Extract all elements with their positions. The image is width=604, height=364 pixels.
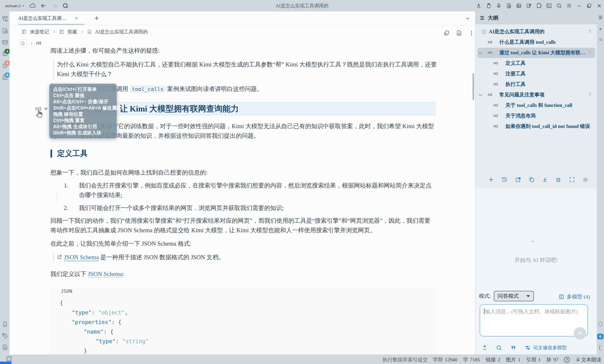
blockquote[interactable]: 为什么 Kimi 大模型自己不能执行工具，还要我们根据 Kimi 大模型生成的工…	[53, 60, 437, 79]
send-button[interactable]	[574, 327, 586, 339]
paragraph[interactable]: 在此之前，让我们先简单介绍一下 JSON Schema 格式:	[50, 239, 436, 249]
dock-expand-icon[interactable]	[6, 356, 12, 362]
cloud-sync-icon[interactable]	[29, 3, 36, 9]
outline-item[interactable]: AI是怎么实现工具调用的3	[477, 26, 595, 37]
copy-icon[interactable]	[528, 176, 535, 183]
forward-icon[interactable]	[51, 3, 58, 9]
chevron-down-icon[interactable]	[478, 92, 483, 98]
new-tab-icon[interactable]	[94, 15, 100, 21]
workspace-switcher[interactable]: Achuan-2	[5, 4, 25, 8]
list-item[interactable]: 1. 我们会先打开搜索引擎，例如百度或必应，在搜索引擎中搜索我们想要的内容，然后…	[50, 181, 436, 200]
fold-arrow-icon[interactable]	[44, 108, 48, 110]
trash-icon[interactable]	[555, 176, 561, 183]
doc-search-dock-icon[interactable]	[2, 28, 8, 34]
multi-model-button[interactable]: 多模型 (4)	[559, 293, 590, 300]
search-history-icon[interactable]	[63, 3, 69, 9]
breadcrumb-item-doc[interactable]: AI是怎么实现工具调用的	[95, 29, 148, 35]
template-doc-icon[interactable]	[2, 344, 8, 350]
more-icon[interactable]	[468, 30, 475, 36]
breadcrumb-item-notebook[interactable]: 来源笔记	[30, 29, 49, 35]
dock-count-badge[interactable]: 6	[597, 334, 604, 339]
back-icon[interactable]	[40, 3, 47, 9]
help-circle-icon[interactable]	[598, 321, 603, 326]
chevron-down-icon	[526, 295, 530, 297]
search-icon[interactable]	[496, 345, 502, 351]
outline-item[interactable]: H2常见问题及注意事项3	[477, 90, 595, 100]
outline-item[interactable]: H3定义工具	[477, 58, 595, 69]
theme-brightness-icon[interactable]	[566, 3, 572, 9]
breadcrumb-separator-icon	[30, 42, 33, 45]
image-icon[interactable]	[516, 3, 522, 9]
heading-level-badge: H3	[493, 124, 498, 128]
list-item[interactable]: 2. 我们可能会打开一个或多个搜索结果的网页，浏览网页并获取我们需要的知识;	[50, 203, 436, 213]
dock-dot-icon[interactable]	[599, 38, 602, 41]
paragraph[interactable]: 我们定义以下 JSON Schema:	[50, 269, 436, 279]
external-link-icon	[57, 254, 62, 260]
code-language-label: JSON	[61, 288, 72, 294]
external-link[interactable]: JSON Schema	[64, 254, 99, 261]
ai-quick-action[interactable]: 论文修改多模型	[525, 344, 567, 351]
outline-item[interactable]: H3如果你遇到 tool_call_id not found 错误	[477, 121, 595, 132]
maximize-icon[interactable]	[586, 3, 592, 9]
note-edit-icon[interactable]	[526, 3, 532, 9]
outline-dock-icon[interactable]	[598, 15, 603, 20]
history-icon[interactable]	[502, 176, 508, 183]
stat-图片: 图片1	[506, 356, 521, 363]
paragraph[interactable]: 阅读上述步骤，你可能会产生这样的疑惑:	[50, 46, 436, 55]
open-external-icon[interactable]	[515, 176, 521, 183]
outline-item[interactable]: H2通过 tool_calls 让 Kimi 大模型拥有联…3	[477, 48, 595, 58]
ai-toolbar: 论文修改多模型	[482, 344, 567, 351]
terminal-icon[interactable]	[546, 3, 552, 9]
paragraph[interactable]: 想象一下，我们自己是如何在网络上找到自己想要的信息的:	[50, 168, 436, 177]
help-icon[interactable]: ?	[564, 357, 570, 363]
clipboard-icon[interactable]	[486, 3, 492, 9]
upload-icon[interactable]	[482, 345, 488, 351]
inbox-icon[interactable]	[2, 39, 8, 45]
outline-item[interactable]: H3执行工具	[477, 79, 595, 90]
paragraph[interactable]: 回顾一下我们的动作，我们“使用搜索引擎搜索”和“打开搜索结果对应的网页”，而我们…	[50, 216, 436, 235]
download-icon[interactable]	[542, 176, 548, 183]
quote-icon[interactable]	[510, 345, 516, 351]
settings-gear-icon[interactable]	[582, 176, 589, 183]
plugin-icon[interactable]	[536, 3, 542, 9]
bookmark-icon[interactable]	[2, 321, 8, 327]
fullscreen-icon[interactable]	[569, 176, 575, 183]
minimize-icon[interactable]	[576, 3, 582, 9]
tooltip-line: Ctrl+点击 聚焦	[53, 92, 113, 99]
list-number: 2.	[64, 203, 68, 213]
block-doc-icon[interactable]	[19, 39, 27, 47]
outline-item[interactable]: H3关于消息布局	[477, 111, 595, 121]
heading-h3[interactable]: 定义工具	[50, 148, 88, 159]
search-icon[interactable]	[556, 3, 562, 9]
close-icon[interactable]	[596, 3, 602, 9]
tab-list-chevron-icon[interactable]	[465, 16, 470, 21]
doc-search-icon[interactable]	[506, 3, 512, 9]
outline-item[interactable]: H3注册工具	[477, 69, 595, 79]
blockquote[interactable]: JSON Schema 是一种用于描述 JSON 数据格式的 JSON 文档。	[53, 252, 437, 262]
outline-icon	[479, 15, 485, 21]
code-line: "type": "object",	[72, 308, 128, 317]
block-ref-link[interactable]: JSON Schema	[88, 271, 122, 278]
tts-label: 文本朗读	[581, 356, 601, 363]
block-path-heading[interactable]: H2	[36, 41, 41, 46]
breadcrumb-item-folder[interactable]: 剪藏	[67, 29, 77, 35]
code-line: "name": {	[84, 327, 113, 337]
chevron-down-icon[interactable]	[478, 50, 483, 55]
text-style-icon[interactable]	[476, 3, 482, 9]
outline-item[interactable]: H3关于 tool_calls 和 function_call	[477, 100, 595, 111]
doc-info-icon[interactable]	[456, 30, 462, 36]
file-tree-icon[interactable]	[2, 16, 8, 22]
bracket-icon	[598, 345, 603, 350]
tag-icon[interactable]	[2, 333, 8, 339]
dock-dot-icon[interactable]	[599, 28, 601, 30]
mic-icon[interactable]	[496, 3, 502, 9]
tts-button[interactable]: 文本朗读	[576, 356, 601, 363]
ai-mode-select[interactable]: 问答模式	[494, 291, 534, 301]
ai-message-input[interactable]: 输入消息... (可拖入文档、块或粘贴图片)	[480, 304, 588, 337]
add-icon[interactable]	[488, 176, 494, 183]
outline-item[interactable]: H2什么是工具调用 tool_calls	[477, 37, 595, 48]
focus-mode-icon[interactable]	[443, 30, 450, 36]
editor-scrollbar[interactable]	[472, 73, 474, 100]
tab-active[interactable]: AI是怎么实现工具调…	[18, 12, 79, 25]
tab-close-icon[interactable]	[74, 16, 79, 20]
